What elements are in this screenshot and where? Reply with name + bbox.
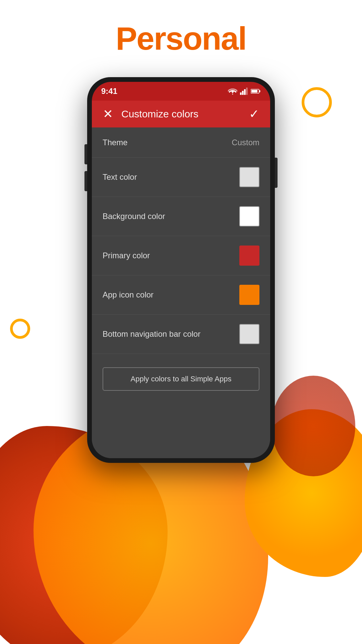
app-icon-color-swatch[interactable] — [239, 285, 259, 305]
phone-screen: 9:41 — [92, 82, 270, 458]
background-color-label: Background color — [103, 212, 165, 221]
bg-blob-red-right — [272, 376, 355, 476]
primary-color-swatch[interactable] — [239, 246, 259, 266]
apply-button-container: Apply colors to all Simple Apps — [92, 354, 270, 404]
text-color-row[interactable]: Text color — [92, 158, 270, 197]
app-bar-title: Customize colors — [121, 108, 246, 120]
bottom-nav-color-label: Bottom navigation bar color — [103, 329, 200, 339]
battery-icon — [251, 88, 261, 95]
confirm-button[interactable]: ✓ — [246, 107, 262, 121]
deco-circle-top — [302, 87, 332, 117]
wifi-icon — [228, 88, 237, 95]
svg-rect-5 — [259, 90, 260, 92]
status-icons — [228, 88, 261, 95]
bottom-nav-color-row[interactable]: Bottom navigation bar color — [92, 315, 270, 354]
text-color-swatch[interactable] — [239, 167, 259, 187]
theme-row[interactable]: Theme Custom — [92, 127, 270, 158]
apply-colors-button[interactable]: Apply colors to all Simple Apps — [103, 367, 259, 391]
page-title: Personal — [0, 20, 362, 57]
svg-rect-6 — [251, 90, 257, 93]
phone-outer: 9:41 — [87, 77, 275, 463]
phone-btn-volume-up — [84, 144, 87, 164]
svg-rect-1 — [242, 91, 244, 95]
close-button[interactable]: ✕ — [100, 107, 116, 121]
text-color-label: Text color — [103, 172, 137, 182]
theme-value: Custom — [232, 138, 259, 147]
phone-btn-volume-down — [84, 171, 87, 191]
content-area: Theme Custom Text color Background color… — [92, 127, 270, 458]
svg-rect-0 — [240, 93, 242, 95]
app-icon-color-row[interactable]: App icon color — [92, 275, 270, 315]
status-bar: 9:41 — [92, 82, 270, 101]
background-color-swatch[interactable] — [239, 206, 259, 226]
app-bar: ✕ Customize colors ✓ — [92, 101, 270, 127]
signal-icon — [240, 88, 248, 95]
primary-color-label: Primary color — [103, 251, 150, 260]
svg-rect-2 — [244, 89, 246, 95]
primary-color-row[interactable]: Primary color — [92, 236, 270, 275]
svg-rect-3 — [246, 88, 248, 95]
status-time: 9:41 — [101, 87, 117, 96]
deco-circle-left — [10, 319, 30, 339]
bottom-nav-color-swatch[interactable] — [239, 324, 259, 344]
app-icon-color-label: App icon color — [103, 290, 154, 300]
background-color-row[interactable]: Background color — [92, 197, 270, 236]
phone-btn-power — [275, 158, 278, 188]
phone-wrapper: 9:41 — [87, 77, 275, 463]
theme-label: Theme — [103, 138, 128, 147]
